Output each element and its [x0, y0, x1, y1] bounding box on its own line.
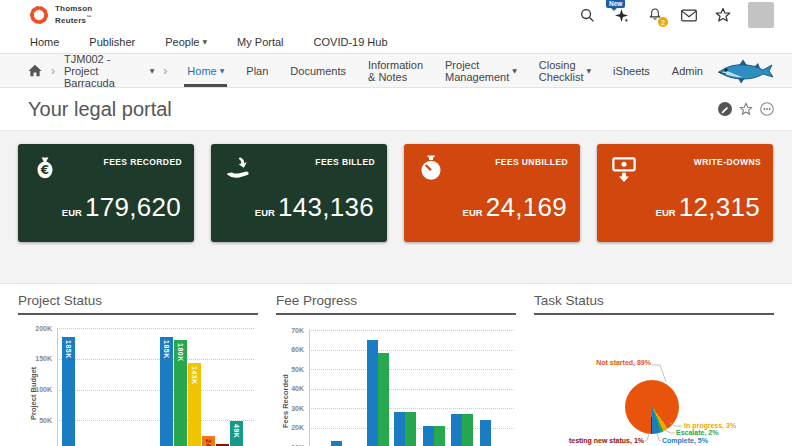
bar: 49K	[230, 421, 243, 446]
nav-item-publisher[interactable]: Publisher	[89, 36, 135, 48]
y-tick-label: 150K	[18, 355, 52, 362]
gridline	[57, 390, 254, 391]
nav-item-covid-19-hub[interactable]: COVID-19 Hub	[314, 36, 388, 48]
more-ellipsis-icon[interactable]	[760, 102, 774, 116]
breadcrumb-bar: › TJM002 - Project Barracuda ▼ › Home▼Pl…	[0, 53, 792, 88]
legal-portal-page: Thomson Reuters™ New 2	[0, 0, 792, 446]
pie-slice-label-not-started: Not started, 89%	[596, 359, 651, 367]
gridline	[309, 408, 514, 409]
bar	[434, 426, 445, 446]
kpi-value: EUR179,620	[62, 192, 181, 223]
tab-label: Plan	[246, 65, 268, 77]
bar	[462, 414, 473, 446]
y-axis-line	[309, 330, 310, 446]
kpi-currency: EUR	[255, 207, 275, 218]
tab-admin[interactable]: Admin	[661, 54, 714, 87]
bar: 143K	[188, 363, 201, 446]
tab-documents[interactable]: Documents	[279, 54, 357, 87]
tab-label: Closing Checklist	[539, 59, 584, 83]
kpi-label: WRITE-DOWNS	[694, 157, 761, 167]
bar: 185K	[160, 337, 173, 446]
top-bar: Thomson Reuters™ New 2	[0, 0, 792, 30]
kpi-card-fees-recorded[interactable]: €FEES RECORDEDEUR179,620	[18, 144, 194, 242]
bar	[394, 412, 405, 446]
kpi-row: €FEES RECORDEDEUR179,620 FEES BILLEDEUR1…	[18, 144, 774, 242]
thomson-reuters-logo[interactable]: Thomson Reuters™	[28, 4, 92, 26]
chart-panel-task-status: Task Status Not started, 89%In progress,…	[534, 291, 774, 446]
kpi-card-fees-unbilled[interactable]: FEES UNBILLEDEUR24,169	[404, 144, 580, 242]
title-actions	[718, 102, 774, 116]
gridline	[57, 359, 254, 360]
tab-isheets[interactable]: iSheets	[602, 54, 661, 87]
edit-icon[interactable]	[718, 102, 732, 116]
breadcrumb-chevron-icon: ›	[51, 64, 55, 78]
tab-label: iSheets	[613, 65, 650, 77]
star-icon[interactable]	[714, 6, 732, 24]
nav-item-home[interactable]: Home	[30, 36, 59, 48]
chevron-down-icon: ▼	[586, 67, 591, 74]
kpi-value: EUR24,169	[463, 192, 567, 223]
money-bag-icon: €	[30, 154, 60, 184]
search-icon[interactable]	[578, 6, 596, 24]
svg-text:€: €	[40, 163, 49, 177]
tab-information-notes[interactable]: Information & Notes	[357, 54, 434, 87]
gridline	[309, 350, 514, 351]
nav-item-people[interactable]: People▼	[165, 36, 207, 48]
bar: 180K	[174, 340, 187, 446]
banknote-down-icon	[609, 154, 639, 184]
gridline	[57, 420, 254, 421]
y-tick-label: 50K	[276, 366, 304, 373]
bar: 24K	[202, 436, 215, 446]
nav-item-label: Home	[30, 36, 59, 48]
kpi-card-fees-billed[interactable]: FEES BILLEDEUR143,136	[211, 144, 387, 242]
kpi-currency: EUR	[62, 207, 82, 218]
stopwatch-icon	[416, 154, 446, 184]
chevron-down-icon: ▼	[512, 67, 517, 74]
pie-slice-label-testing-new-status: testing new status, 1%	[569, 437, 644, 445]
tab-project-management[interactable]: Project Management▼	[434, 54, 528, 87]
bell-icon[interactable]: 2	[646, 6, 664, 24]
kpi-amount: 179,620	[85, 192, 181, 223]
chevron-down-icon: ▼	[202, 38, 207, 45]
title-row: Your legal portal	[0, 88, 792, 131]
bar-value-label: 49K	[233, 424, 240, 438]
y-axis-line	[57, 328, 58, 446]
kpi-currency: EUR	[463, 207, 483, 218]
bar	[451, 414, 462, 446]
tab-plan[interactable]: Plan	[235, 54, 279, 87]
bar	[405, 412, 416, 446]
favorite-star-icon[interactable]	[739, 102, 753, 116]
pie-chart	[625, 380, 679, 434]
bar-value-label: 143K	[191, 366, 198, 385]
barracuda-fish-image	[714, 57, 776, 85]
primary-nav: HomePublisherPeople▼My PortalCOVID-19 Hu…	[0, 30, 792, 53]
chart-plot: 050K100K150K200KProject Budget185K185K18…	[18, 291, 258, 446]
kpi-card-write-downs[interactable]: WRITE-DOWNSEUR12,315	[597, 144, 773, 242]
bar-value-label: 180K	[177, 343, 184, 362]
tab-closing-checklist[interactable]: Closing Checklist▼	[528, 54, 602, 87]
bar	[480, 420, 491, 446]
y-tick-label: 60K	[276, 346, 304, 353]
avatar[interactable]	[748, 2, 774, 28]
bar	[331, 441, 342, 446]
brand-line1: Thomson	[55, 5, 92, 14]
home-icon[interactable]	[28, 64, 42, 78]
y-axis-title: Project Budget	[29, 366, 38, 419]
bar-value-label: 185K	[65, 340, 72, 359]
chart-panel-project-status: Project Status 050K100K150K200KProject B…	[18, 291, 258, 446]
pie-slice-label-escalate: Escalate, 2%	[676, 429, 718, 437]
pie-slice-label-complete: Complete, 5%	[662, 437, 708, 445]
bar	[423, 426, 434, 446]
y-tick-label: 200K	[18, 325, 52, 332]
tab-home[interactable]: Home▼	[176, 54, 235, 87]
nav-item-my-portal[interactable]: My Portal	[237, 36, 283, 48]
ai-sparkle-icon[interactable]: New	[612, 6, 630, 24]
bar	[378, 353, 389, 446]
nav-item-label: Publisher	[89, 36, 135, 48]
nav-item-label: My Portal	[237, 36, 283, 48]
breadcrumb-project[interactable]: TJM002 - Project Barracuda ▼	[64, 53, 154, 89]
chart-plot: Not started, 89%In progress, 3%Escalate,…	[534, 291, 774, 446]
kpi-value: EUR12,315	[656, 192, 760, 223]
mail-icon[interactable]	[680, 6, 698, 24]
brand-line2: Reuters™	[55, 13, 92, 25]
